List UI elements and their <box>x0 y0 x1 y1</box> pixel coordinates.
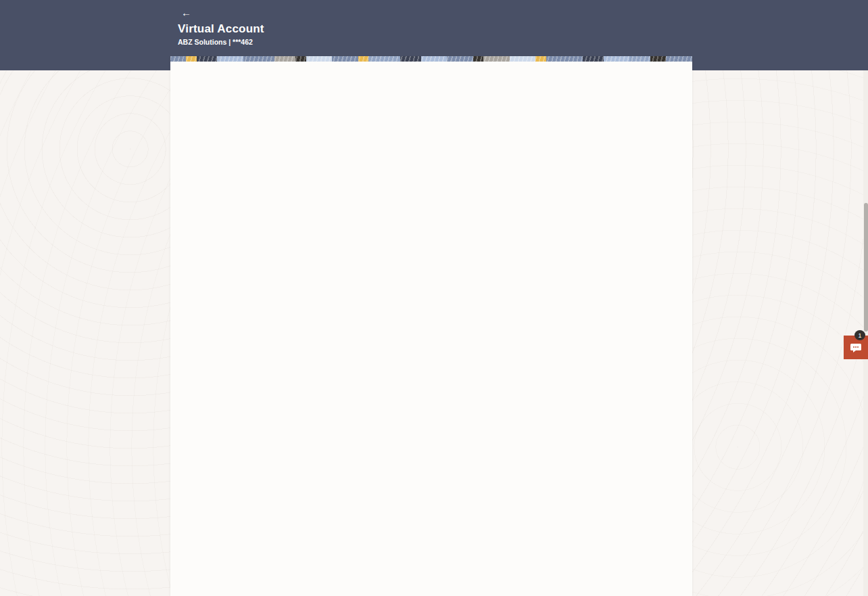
chat-badge: 1 <box>854 330 865 340</box>
main-card <box>170 56 692 596</box>
decorative-banner <box>170 56 692 62</box>
back-arrow-icon[interactable]: ← <box>181 7 191 18</box>
page-subtitle: ABZ Solutions | ***462 <box>178 38 253 46</box>
chat-bubble-icon <box>850 342 862 353</box>
page-scrollbar-thumb[interactable] <box>864 203 868 331</box>
page-title: Virtual Account <box>178 22 264 36</box>
